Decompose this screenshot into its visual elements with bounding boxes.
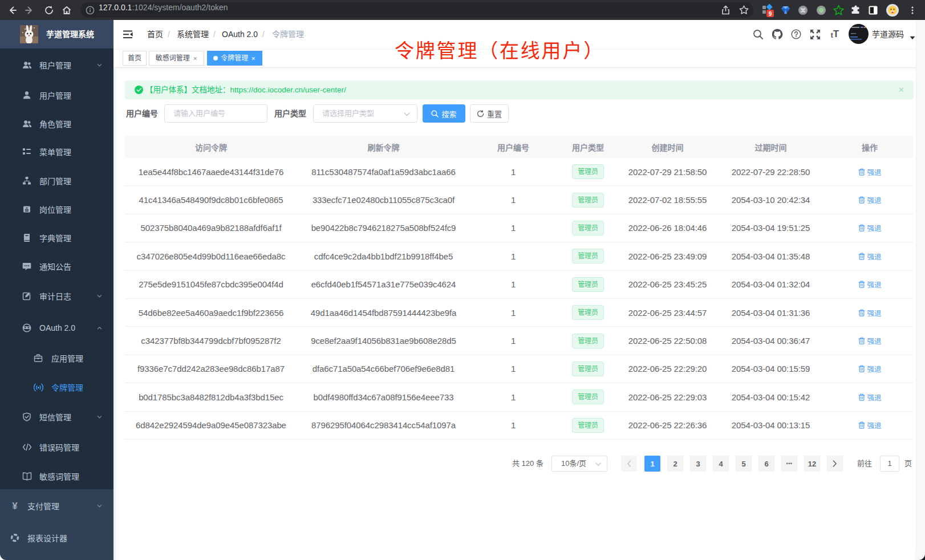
svg-text:9: 9 xyxy=(769,10,772,17)
svg-text:⌘: ⌘ xyxy=(800,6,806,13)
svg-text:¥: ¥ xyxy=(12,501,18,510)
